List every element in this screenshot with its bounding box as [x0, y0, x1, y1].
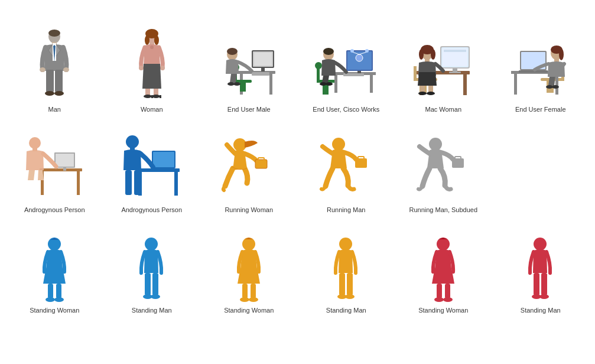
svg-point-145 [345, 294, 355, 299]
svg-rect-47 [370, 75, 373, 93]
standing-woman-blue-label: Standing Woman [30, 306, 79, 314]
svg-rect-113 [125, 170, 132, 195]
icon-man[interactable]: Man [6, 12, 103, 118]
svg-rect-70 [444, 50, 466, 52]
svg-point-75 [419, 49, 424, 60]
svg-rect-127 [56, 284, 61, 298]
svg-point-135 [242, 238, 255, 251]
woman-label: Woman [141, 105, 163, 113]
svg-rect-143 [347, 273, 353, 295]
svg-rect-99 [77, 171, 80, 195]
svg-rect-131 [145, 273, 151, 295]
svg-point-9 [45, 91, 54, 96]
svg-point-103 [29, 137, 41, 149]
icon-end-user-female[interactable]: End User Female [492, 12, 590, 118]
icon-placeholder [492, 118, 590, 219]
svg-point-80 [418, 92, 427, 95]
svg-point-1 [48, 30, 60, 37]
svg-rect-71 [453, 69, 457, 72]
svg-rect-24 [160, 95, 161, 98]
svg-rect-72 [449, 72, 461, 73]
icon-standing-woman-red[interactable]: Standing Woman [395, 219, 492, 319]
running-woman-label: Running Woman [225, 206, 273, 214]
icon-standing-woman-blue[interactable]: Standing Woman [6, 219, 103, 319]
svg-rect-105 [137, 168, 180, 172]
svg-point-150 [434, 297, 444, 302]
svg-rect-107 [174, 172, 178, 196]
icon-mac-woman[interactable]: Mac Woman [395, 12, 492, 118]
svg-rect-110 [162, 168, 166, 171]
svg-point-129 [54, 297, 64, 302]
svg-point-16 [150, 46, 154, 49]
svg-point-93 [559, 48, 564, 60]
icon-standing-man-red[interactable]: Standing Man [492, 219, 590, 319]
svg-point-18 [160, 66, 165, 70]
svg-point-21 [144, 95, 152, 98]
icon-end-user-male[interactable]: End User Male [200, 12, 298, 118]
icon-androgynous-person-2[interactable]: Androgynous Person [103, 118, 201, 219]
svg-point-146 [437, 238, 450, 251]
svg-point-151 [443, 297, 453, 302]
standing-man-red-label: Standing Man [521, 306, 561, 314]
icon-grid: Man [0, 0, 595, 332]
svg-point-5 [40, 67, 45, 72]
svg-rect-132 [152, 273, 158, 295]
icon-end-user-cisco[interactable]: End User, Cisco Works [298, 12, 395, 118]
svg-point-96 [552, 85, 559, 89]
svg-rect-34 [240, 83, 246, 92]
svg-rect-120 [358, 157, 364, 160]
svg-rect-114 [134, 170, 141, 195]
standing-man-blue-label: Standing Man [132, 306, 172, 314]
svg-point-14 [154, 35, 159, 45]
svg-point-76 [431, 49, 435, 60]
icon-standing-woman-gold[interactable]: Standing Woman [200, 219, 298, 319]
svg-point-22 [152, 95, 160, 98]
svg-rect-27 [269, 74, 272, 95]
end-user-cisco-label: End User, Cisco Works [313, 105, 379, 113]
svg-point-13 [145, 35, 149, 45]
svg-point-128 [45, 297, 55, 302]
svg-point-10 [54, 91, 64, 96]
androgynous-person-2-label: Androgynous Person [121, 206, 182, 214]
svg-rect-148 [437, 284, 442, 298]
svg-point-139 [240, 297, 249, 302]
svg-point-134 [151, 294, 160, 299]
svg-point-111 [126, 135, 139, 148]
icon-running-man-subdued[interactable]: Running Man, Subdued [395, 118, 492, 219]
icon-running-man[interactable]: Running Man [298, 118, 395, 219]
svg-point-54 [365, 49, 369, 53]
svg-point-140 [249, 297, 258, 302]
svg-rect-31 [261, 68, 265, 72]
standing-woman-red-label: Standing Woman [418, 306, 468, 314]
svg-rect-23 [151, 95, 153, 98]
svg-rect-153 [534, 273, 539, 295]
svg-rect-87 [555, 74, 558, 95]
svg-rect-109 [153, 152, 174, 167]
standing-man-gold-label: Standing Man [326, 306, 366, 314]
svg-rect-97 [40, 168, 82, 171]
mac-woman-label: Mac Woman [425, 105, 461, 113]
svg-point-81 [427, 92, 435, 95]
svg-rect-55 [357, 71, 361, 73]
svg-point-40 [233, 82, 240, 86]
icon-standing-man-blue[interactable]: Standing Man [103, 219, 201, 319]
running-man-subdued-label: Running Man, Subdued [409, 206, 477, 214]
svg-rect-32 [252, 72, 269, 76]
svg-rect-101 [56, 154, 74, 167]
svg-rect-102 [63, 168, 66, 171]
svg-point-17 [139, 66, 144, 70]
icon-running-woman[interactable]: Running Woman [200, 118, 298, 219]
svg-point-44 [315, 62, 322, 69]
man-label: Man [48, 105, 61, 113]
icon-woman[interactable]: Woman [103, 12, 201, 118]
svg-point-118 [332, 138, 345, 151]
icon-androgynous-person-1[interactable]: Androgynous Person [6, 118, 103, 219]
svg-point-53 [350, 49, 354, 53]
end-user-female-label: End User Female [515, 105, 566, 113]
svg-point-60 [326, 82, 333, 86]
svg-point-121 [429, 138, 442, 151]
icon-standing-man-gold[interactable]: Standing Man [298, 219, 395, 319]
running-man-label: Running Man [327, 206, 365, 214]
svg-rect-138 [251, 284, 256, 298]
svg-rect-126 [48, 284, 53, 298]
